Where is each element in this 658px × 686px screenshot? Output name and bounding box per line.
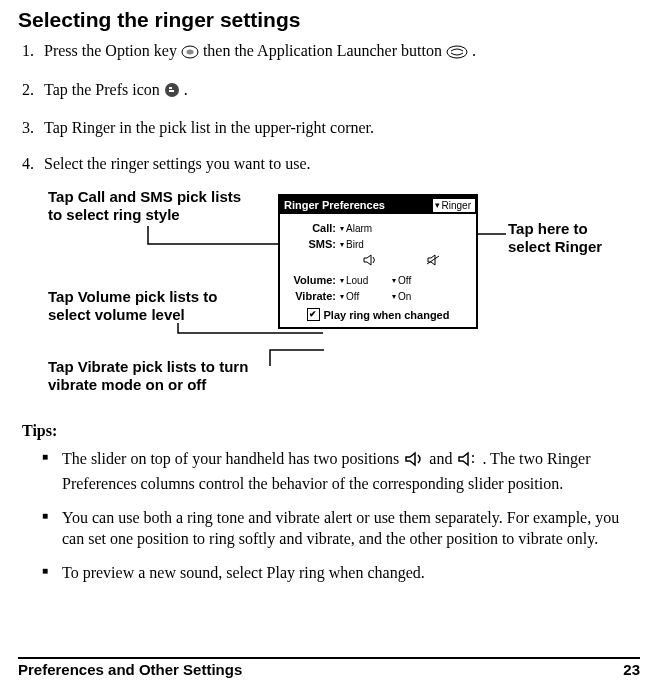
svg-point-7 (472, 455, 474, 457)
ss-sms-label: SMS: (288, 238, 340, 250)
ringer-prefs-screenshot: Ringer Preferences Ringer Call: Alarm SM… (278, 194, 478, 329)
tips-list: The slider on top of your handheld has t… (18, 448, 640, 583)
tip-1-text-b: and (429, 450, 456, 467)
ss-vib-picklist-2[interactable]: On (392, 291, 444, 302)
tips-heading: Tips: (22, 422, 640, 440)
ss-row-call: Call: Alarm (288, 222, 468, 234)
step-2: Tap the Prefs icon . (38, 79, 640, 104)
tip-3: To preview a new sound, select Play ring… (42, 562, 632, 584)
step-3: Tap Ringer in the pick list in the upper… (38, 117, 640, 139)
slider-sound-icon (362, 254, 378, 268)
footer-page-number: 23 (623, 661, 640, 678)
step-4: Select the ringer settings you want to u… (38, 153, 640, 175)
slider-mute-icon (426, 254, 442, 268)
tip-1-text-a: The slider on top of your handheld has t… (62, 450, 403, 467)
ss-vol-picklist-2[interactable]: Off (392, 275, 444, 286)
ss-row-volume: Volume: Loud Off (288, 274, 468, 286)
ss-vib-picklist-1[interactable]: Off (340, 291, 392, 302)
ss-call-label: Call: (288, 222, 340, 234)
callout-ringer: Tap here to select Ringer (508, 220, 628, 255)
app-launcher-icon (446, 43, 468, 65)
ss-sms-picklist[interactable]: Bird (340, 239, 392, 250)
callout-vibrate: Tap Vibrate pick lists to turn vibrate m… (48, 358, 268, 393)
slider-sound-icon (403, 451, 425, 473)
step-2-text-b: . (184, 81, 188, 98)
ss-play-checkbox[interactable]: ✔ (307, 308, 320, 321)
svg-rect-5 (169, 90, 174, 92)
page-footer: Preferences and Other Settings 23 (18, 657, 640, 678)
step-1: Press the Option key then the Applicatio… (38, 40, 640, 65)
svg-point-2 (447, 46, 467, 58)
tip-1: The slider on top of your handheld has t… (42, 448, 632, 494)
footer-section: Preferences and Other Settings (18, 661, 242, 678)
steps-list: Press the Option key then the Applicatio… (18, 40, 640, 174)
prefs-icon (164, 82, 180, 104)
ss-row-sms: SMS: Bird (288, 238, 468, 250)
ss-vib-label: Vibrate: (288, 290, 340, 302)
step-1-text-a: Press the Option key (44, 42, 181, 59)
callout-volume: Tap Volume pick lists to select volume l… (48, 288, 248, 323)
ss-row-vibrate: Vibrate: Off On (288, 290, 468, 302)
step-1-text-b: then the Application Launcher button (203, 42, 446, 59)
diagram-area: Tap Call and SMS pick lists to select ri… (18, 188, 640, 418)
step-2-text-a: Tap the Prefs icon (44, 81, 164, 98)
ss-title: Ringer Preferences (280, 199, 432, 211)
slider-mute-icon (456, 451, 478, 473)
svg-point-1 (186, 50, 193, 55)
svg-line-6 (427, 256, 439, 264)
option-key-icon (181, 43, 199, 65)
svg-point-8 (472, 461, 474, 463)
svg-rect-4 (169, 87, 172, 89)
ss-call-picklist[interactable]: Alarm (340, 223, 392, 234)
page-title: Selecting the ringer settings (18, 8, 640, 32)
ss-vol-picklist-1[interactable]: Loud (340, 275, 392, 286)
ss-vol-label: Volume: (288, 274, 340, 286)
ss-play-label: Play ring when changed (324, 309, 450, 321)
ss-ringer-picklist[interactable]: Ringer (433, 199, 475, 212)
tip-2: You can use both a ring tone and vibrate… (42, 507, 632, 550)
step-1-text-c: . (472, 42, 476, 59)
callout-callsms: Tap Call and SMS pick lists to select ri… (48, 188, 248, 223)
